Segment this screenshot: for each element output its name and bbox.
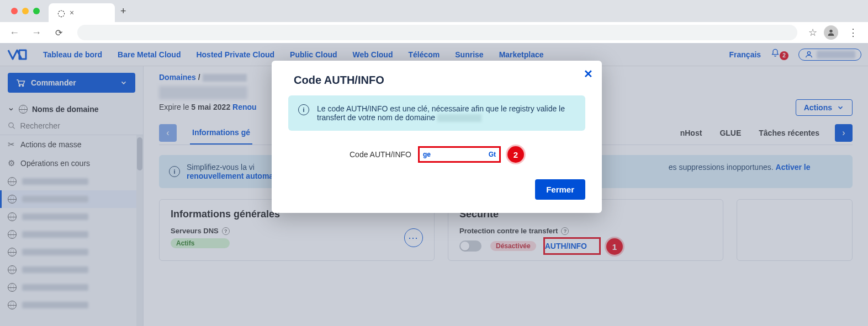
auth-code-row: Code AUTH/INFO ge Gt 2: [272, 136, 602, 173]
modal-header: Code AUTH/INFO: [272, 61, 602, 90]
tab-bar: ◌ × +: [0, 0, 868, 22]
svg-point-0: [829, 30, 832, 33]
url-input[interactable]: [77, 25, 797, 40]
tab-favicon: ◌: [57, 8, 65, 18]
info-icon: i: [298, 104, 309, 115]
browser-menu-icon[interactable]: ⋮: [845, 26, 861, 39]
tab-close-icon[interactable]: ×: [70, 8, 74, 17]
url-bar: ← → ⟳ ☆ ⋮: [0, 22, 868, 43]
new-tab-button[interactable]: +: [115, 6, 132, 17]
modal-title: Code AUTH/INFO: [294, 74, 580, 87]
window-controls: [4, 8, 40, 14]
reload-button[interactable]: ⟳: [51, 28, 66, 38]
modal-info-banner: i Le code AUTH/INFO est une clé, nécessa…: [288, 95, 585, 131]
window-close-button[interactable]: [11, 8, 18, 14]
window-minimize-button[interactable]: [22, 8, 29, 14]
forward-button[interactable]: →: [29, 27, 44, 39]
window-maximize-button[interactable]: [33, 8, 40, 14]
bookmark-icon[interactable]: ☆: [808, 26, 817, 39]
browser-tab[interactable]: ◌ ×: [49, 3, 115, 22]
auth-code-value-box[interactable]: ge Gt: [418, 146, 501, 163]
modal-close-button[interactable]: ✕: [584, 67, 593, 81]
person-icon: [827, 28, 835, 37]
modal-domain-blur: [437, 114, 481, 122]
profile-avatar[interactable]: [824, 25, 838, 40]
annotation-badge-2: 2: [507, 146, 524, 163]
modal-footer: Fermer: [272, 173, 602, 213]
close-button[interactable]: Fermer: [535, 179, 585, 200]
auth-code-label: Code AUTH/INFO: [350, 150, 411, 159]
code-suffix: Gt: [489, 151, 496, 158]
modal-info-text: Le code AUTH/INFO est une clé, nécessair…: [317, 104, 575, 122]
back-button[interactable]: ←: [7, 27, 22, 39]
authinfo-modal: ✕ Code AUTH/INFO i Le code AUTH/INFO est…: [272, 61, 602, 213]
code-prefix: ge: [423, 151, 431, 158]
browser-chrome: ◌ × + ← → ⟳ ☆ ⋮: [0, 0, 868, 43]
